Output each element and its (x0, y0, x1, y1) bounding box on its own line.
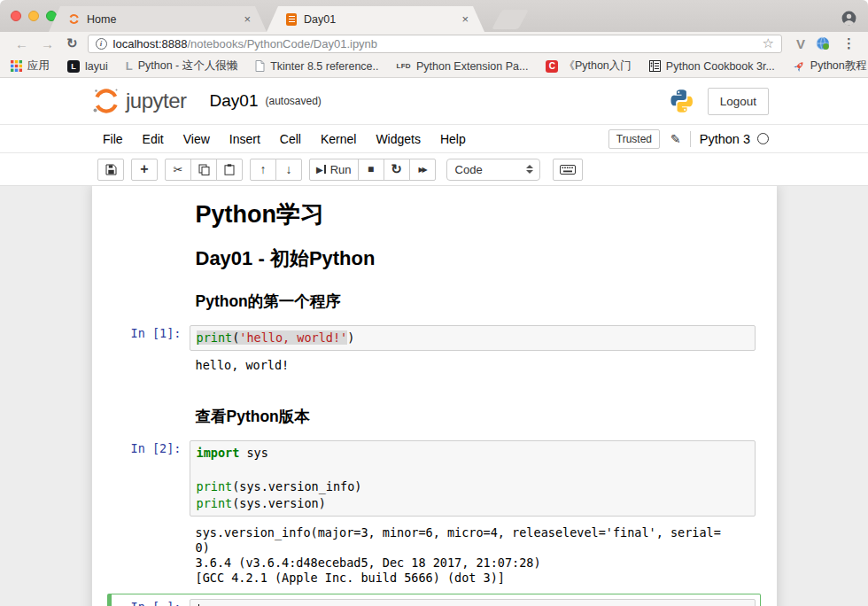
menu-help[interactable]: Help (430, 132, 476, 146)
bookmarks-bar: 应用 L layui L Python - 这个人很懒 Tkinter 8.5 … (0, 55, 868, 78)
minimize-window-icon[interactable] (28, 11, 39, 21)
back-icon[interactable]: ← (9, 36, 35, 51)
page-icon (255, 60, 265, 72)
menu-edit[interactable]: Edit (133, 132, 174, 146)
input-prompt: In [ ]: (116, 599, 190, 606)
divider (690, 131, 691, 147)
arrow-down-icon: ↓ (286, 162, 292, 176)
notebook-favicon-icon (286, 13, 297, 26)
menu-file[interactable]: File (93, 132, 133, 146)
trusted-badge[interactable]: Trusted (608, 129, 660, 149)
input-prompt: In [2]: (116, 440, 190, 517)
cut-button[interactable]: ✂ (165, 159, 191, 181)
bookmark-python-extension[interactable]: LFD Python Extension Pa... (396, 60, 528, 73)
pencil-icon[interactable]: ✎ (670, 132, 681, 146)
forward-icon[interactable]: → (35, 36, 60, 51)
browser-menu-icon[interactable]: ⋮ (833, 35, 859, 51)
paste-icon (224, 164, 235, 175)
code-cell-1: In [1]: print('hello, world!') hello, wo… (92, 320, 777, 373)
tab-home[interactable]: Home × (49, 6, 267, 32)
extension-v-icon[interactable]: V (789, 36, 812, 51)
bookmark-tkinter[interactable]: Tkinter 8.5 reference.. (255, 60, 378, 73)
restart-run-all-button[interactable]: ▶▶ (409, 159, 436, 181)
kernel-name: Python 3 (700, 132, 750, 146)
menu-widgets[interactable]: Widgets (366, 132, 430, 146)
heading-check-version: 查看Python版本 (196, 407, 777, 426)
extension-globe-icon[interactable] (812, 36, 833, 50)
code-cell-2: In [2]: import sys print(sys.version_inf… (92, 435, 777, 586)
bookmark-cookbook[interactable]: Python Cookbook 3r... (649, 60, 775, 73)
menu-cell[interactable]: Cell (270, 132, 311, 146)
copy-icon (198, 164, 210, 175)
markdown-cell[interactable]: Python学习 (92, 201, 777, 228)
notebook-menubar: File Edit View Insert Cell Kernel Widget… (0, 124, 868, 153)
menu-insert[interactable]: Insert (220, 132, 270, 146)
notebook-title[interactable]: Day01 (210, 91, 259, 111)
run-icon: ▶ (316, 165, 326, 175)
letter-l-icon: L (126, 59, 133, 73)
code-input[interactable]: print('hello, world!') (190, 325, 756, 351)
restart-icon: ↻ (391, 161, 402, 177)
command-palette-button[interactable] (553, 159, 583, 181)
refresh-icon[interactable]: ↻ (60, 35, 84, 51)
cell-output: hello, world! (92, 356, 777, 373)
markdown-cell[interactable]: Python的第一个程序 (92, 291, 777, 311)
copy-button[interactable] (190, 159, 217, 181)
close-tab-icon[interactable]: × (460, 12, 470, 26)
menu-kernel[interactable]: Kernel (311, 132, 366, 146)
jupyter-header: jupyter Day01 (autosaved) Logout (0, 78, 868, 124)
bookmark-star-icon[interactable]: ☆ (763, 35, 774, 51)
lfd-icon: LFD (396, 62, 410, 70)
book-icon (649, 60, 661, 72)
tab-day01[interactable]: Day01 × (267, 6, 484, 32)
rocket-icon (793, 60, 805, 73)
python-logo (669, 88, 695, 114)
move-cell-up-button[interactable]: ↑ (250, 159, 276, 181)
address-bar-row: ← → ↻ i localhost:8888 /notebooks/Python… (0, 32, 868, 55)
code-cell-3-selected[interactable]: In [ ]: (107, 594, 761, 606)
close-tab-icon[interactable]: × (242, 12, 252, 26)
tab-label: Day01 (304, 13, 460, 26)
url-path: /notebooks/PythonCode/Day01.ipynb (187, 37, 377, 50)
restart-kernel-button[interactable]: ↻ (384, 159, 410, 181)
tab-label: Home (87, 13, 242, 26)
markdown-cell[interactable]: Day01 - 初始Python (92, 247, 777, 270)
scissors-icon: ✂ (174, 163, 183, 176)
notebook-toolbar: + ✂ ↑ ↓ ▶ Run ■ ↻ ▶▶ (0, 153, 868, 186)
move-cell-down-button[interactable]: ↓ (275, 159, 302, 181)
menu-view[interactable]: View (174, 132, 220, 146)
bookmark-python-intro[interactable]: C 《Python入门 (546, 58, 631, 74)
input-prompt: In [1]: (116, 325, 190, 351)
profile-icon[interactable] (841, 10, 857, 30)
new-tab-button[interactable] (492, 10, 529, 29)
run-button[interactable]: ▶ Run (309, 159, 359, 181)
fast-forward-icon: ▶▶ (418, 166, 425, 174)
markdown-cell[interactable]: 查看Python版本 (92, 407, 777, 426)
add-cell-button[interactable]: + (131, 159, 158, 181)
save-button[interactable] (97, 159, 124, 181)
kernel-idle-icon (757, 133, 769, 144)
url-host: localhost:8888 (113, 37, 188, 50)
paste-button[interactable] (216, 159, 243, 181)
code-input[interactable] (190, 599, 756, 606)
interrupt-kernel-button[interactable]: ■ (358, 159, 384, 181)
close-window-icon[interactable] (11, 11, 21, 21)
bookmark-python-blog[interactable]: L Python - 这个人很懒 (126, 58, 237, 74)
autosave-status: (autosaved) (265, 95, 321, 107)
jupyter-logo[interactable] (90, 86, 122, 116)
cell-output: sys.version_info(major=3, minor=6, micro… (92, 524, 777, 586)
cell-type-select[interactable]: Code (446, 159, 540, 181)
notebook-container: Python学习 Day01 - 初始Python Python的第一个程序 I… (0, 186, 868, 606)
code-input[interactable]: import sys print(sys.version_info) print… (190, 440, 756, 517)
heading-day01: Day01 - 初始Python (196, 247, 777, 270)
url-input[interactable]: i localhost:8888 /notebooks/PythonCode/D… (88, 35, 782, 53)
bookmark-python-tutorial[interactable]: Python教程 (793, 58, 867, 74)
bookmark-layui[interactable]: L layui (67, 60, 108, 73)
bookmark-apps[interactable]: 应用 (11, 58, 50, 74)
plus-icon: + (140, 161, 148, 177)
logout-button[interactable]: Logout (708, 88, 769, 115)
layui-icon: L (67, 60, 80, 73)
select-arrows-icon (526, 165, 533, 174)
keyboard-icon (560, 165, 576, 175)
site-info-icon[interactable]: i (96, 38, 107, 50)
